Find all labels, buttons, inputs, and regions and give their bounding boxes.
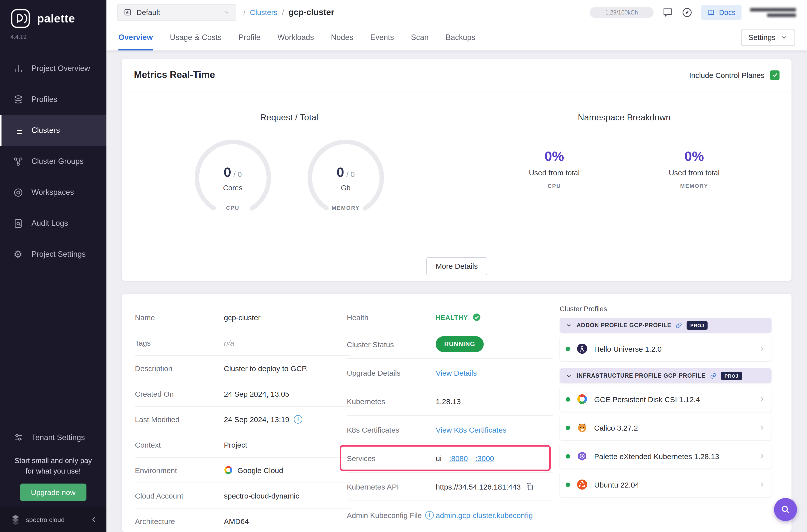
upgrade-promo: Start small and only pay for what you us… bbox=[0, 452, 107, 507]
cluster-info-column: Name gcp-cluster Tags n/a Description Cl… bbox=[135, 305, 351, 532]
tab-events[interactable]: Events bbox=[370, 24, 394, 51]
cpu-gauge: 0 / 0 Cores CPU bbox=[193, 138, 273, 218]
breadcrumb-separator: / bbox=[243, 8, 245, 17]
settings-button[interactable]: Settings bbox=[741, 29, 795, 46]
upgrade-details-row: Upgrade Details View Details bbox=[347, 359, 553, 387]
user-menu-redacted[interactable] bbox=[750, 8, 796, 17]
breadcrumb-clusters-link[interactable]: Clusters bbox=[250, 8, 277, 17]
support-search-fab[interactable] bbox=[774, 498, 797, 521]
google-cloud-icon bbox=[224, 466, 233, 475]
namespace-memory-stat: 0% Used from total MEMORY bbox=[652, 149, 737, 189]
breadcrumb-separator: / bbox=[282, 8, 284, 17]
include-control-planes-checkbox[interactable] bbox=[770, 70, 780, 80]
include-control-planes: Include Control Planes bbox=[689, 70, 780, 80]
pxk-icon bbox=[576, 450, 588, 462]
status-dot-green bbox=[566, 397, 570, 401]
sidebar-item-tenant-settings[interactable]: Tenant Settings bbox=[0, 424, 107, 452]
cpu-gauge-unit: Cores bbox=[193, 184, 273, 192]
more-details-button[interactable]: More Details bbox=[426, 257, 487, 276]
sidebar-item-workspaces[interactable]: Workspaces bbox=[0, 177, 107, 208]
top-bar-right: 1.29/100kCh Docs bbox=[589, 5, 796, 20]
redacted-name-bar bbox=[767, 13, 796, 17]
memory-percent: 0% bbox=[652, 149, 737, 164]
sidebar-item-audit-logs[interactable]: Audit Logs bbox=[0, 208, 107, 239]
cpu-gauge-value: 0 bbox=[224, 165, 231, 180]
addon-profile-header[interactable]: ADDON PROFILE GCP-PROFILE PROJ bbox=[560, 318, 771, 333]
profile-item-calico[interactable]: Calico 3.27.2 bbox=[560, 415, 771, 440]
docs-button[interactable]: Docs bbox=[701, 5, 742, 20]
promo-line-1: Start small and only pay bbox=[7, 456, 99, 466]
memory-gauge-label: MEMORY bbox=[306, 205, 386, 211]
cpu-metric-label: CPU bbox=[512, 183, 597, 189]
project-selector[interactable]: Default bbox=[117, 4, 236, 21]
calico-icon bbox=[576, 422, 588, 434]
tags-row: Tags n/a bbox=[135, 330, 351, 356]
chevron-down-icon bbox=[223, 9, 230, 16]
spectro-cloud-label: spectro cloud bbox=[26, 516, 86, 523]
architecture-row: Architecture AMD64 bbox=[135, 509, 351, 532]
infrastructure-profile-header[interactable]: INFRASTRUCTURE PROFILE GCP-PROFILE PROJ bbox=[560, 368, 771, 383]
memory-metric-label: MEMORY bbox=[652, 183, 737, 189]
addon-profile-group: ADDON PROFILE GCP-PROFILE PROJ bbox=[560, 318, 771, 361]
tab-scan[interactable]: Scan bbox=[411, 24, 429, 51]
kubernetes-row: Kubernetes 1.28.13 bbox=[347, 387, 553, 416]
chevron-down-icon bbox=[566, 322, 572, 328]
sidebar-item-label: Project Overview bbox=[32, 64, 90, 73]
tab-workloads[interactable]: Workloads bbox=[278, 24, 314, 51]
settings-button-label: Settings bbox=[749, 34, 775, 42]
content-area: Metrics Real-Time Include Control Planes… bbox=[107, 51, 807, 532]
tab-overview[interactable]: Overview bbox=[118, 24, 153, 51]
namespace-breakdown-pane: Namespace Breakdown 0% Used from total C… bbox=[457, 91, 791, 252]
chevron-right-icon bbox=[758, 424, 766, 431]
spectro-cloud-logo-icon bbox=[10, 514, 21, 525]
sidebar-item-label: Profiles bbox=[32, 95, 57, 104]
last-modified-row: Last Modified 24 Sep 2024, 13:19 i bbox=[135, 406, 351, 432]
kubeconfig-download-link[interactable]: admin.gcp-cluster.kubeconfig bbox=[436, 511, 533, 519]
view-details-link[interactable]: View Details bbox=[436, 368, 477, 377]
sidebar-item-clusters[interactable]: Clusters bbox=[0, 115, 107, 146]
promo-line-2: for what you use! bbox=[7, 466, 99, 477]
chevron-down-icon bbox=[566, 373, 572, 379]
sliders-icon bbox=[13, 432, 23, 443]
tab-backups[interactable]: Backups bbox=[446, 24, 475, 51]
profile-item-gce-csi[interactable]: GCE Persistent Disk CSI 1.12.4 bbox=[560, 387, 771, 412]
breadcrumb: / Clusters / gcp-cluster bbox=[243, 7, 334, 17]
sidebar-collapse-button[interactable] bbox=[91, 516, 97, 523]
copy-icon[interactable] bbox=[525, 482, 534, 491]
sidebar-item-project-overview[interactable]: Project Overview bbox=[0, 53, 107, 84]
cpu-gauge-total: / 0 bbox=[233, 170, 242, 178]
link-icon bbox=[710, 373, 716, 379]
request-total-pane: Request / Total 0 / 0 Cores bbox=[122, 91, 457, 252]
sidebar-item-profiles[interactable]: Profiles bbox=[0, 84, 107, 115]
cpu-percent: 0% bbox=[512, 149, 597, 164]
sidebar-item-project-settings[interactable]: ⚙ Project Settings bbox=[0, 239, 107, 270]
upgrade-now-button[interactable]: Upgrade now bbox=[20, 483, 87, 501]
cloud-account-row: Cloud Account spectro-cloud-dynamic bbox=[135, 483, 351, 509]
audit-document-icon bbox=[13, 218, 23, 229]
include-control-planes-label: Include Control Planes bbox=[689, 71, 765, 79]
profile-item-hello-universe[interactable]: Hello Universe 1.2.0 bbox=[560, 336, 771, 361]
info-icon[interactable]: i bbox=[294, 415, 302, 423]
chevron-right-icon bbox=[758, 481, 766, 488]
tab-usage-costs[interactable]: Usage & Costs bbox=[170, 24, 222, 51]
tab-profile[interactable]: Profile bbox=[239, 24, 261, 51]
proj-badge: PROJ bbox=[687, 321, 708, 329]
k8s-certificates-row: K8s Certificates View K8s Certificates bbox=[347, 416, 553, 444]
tab-nodes[interactable]: Nodes bbox=[331, 24, 353, 51]
sidebar-item-label: Tenant Settings bbox=[32, 433, 85, 442]
service-port-3000-link[interactable]: :3000 bbox=[475, 454, 494, 462]
help-compass-icon[interactable] bbox=[681, 7, 693, 18]
chevron-right-icon bbox=[758, 396, 766, 403]
profile-item-palette-extended-kubernetes[interactable]: Palette eXtended Kubernetes 1.28.13 bbox=[560, 443, 771, 469]
cpu-gauge-label: CPU bbox=[193, 205, 273, 211]
chat-icon[interactable] bbox=[662, 7, 673, 18]
nodes-network-icon bbox=[13, 156, 23, 167]
sidebar-item-cluster-groups[interactable]: Cluster Groups bbox=[0, 146, 107, 177]
chevron-right-icon bbox=[758, 453, 766, 460]
sidebar: palette 4.4.19 Project Overview Profiles bbox=[0, 0, 107, 532]
profile-item-ubuntu[interactable]: Ubuntu 22.04 bbox=[560, 472, 771, 497]
service-port-8080-link[interactable]: :8080 bbox=[449, 454, 468, 462]
sidebar-item-label: Audit Logs bbox=[32, 219, 68, 228]
info-icon[interactable]: i bbox=[425, 511, 434, 519]
view-k8s-certificates-link[interactable]: View K8s Certificates bbox=[436, 425, 506, 434]
